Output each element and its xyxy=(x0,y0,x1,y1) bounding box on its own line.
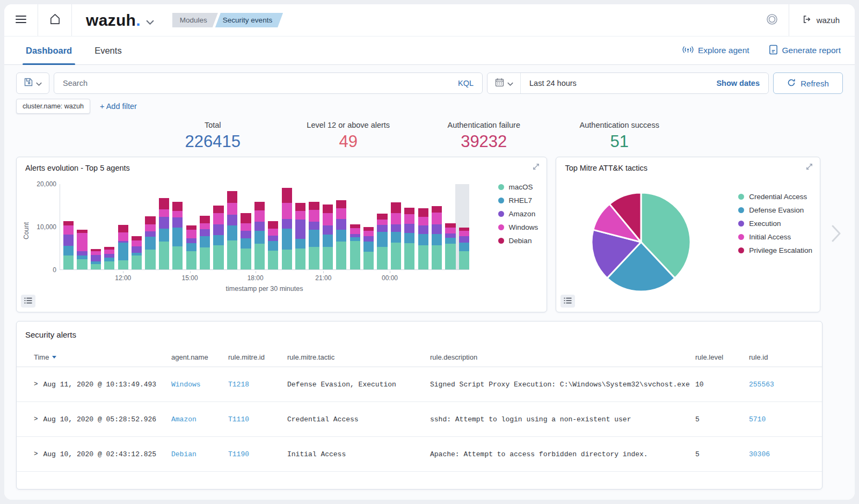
bar-segment[interactable] xyxy=(145,216,155,224)
expand-icon[interactable] xyxy=(532,163,540,173)
bar-segment[interactable] xyxy=(295,249,305,269)
stacked-bar[interactable] xyxy=(145,216,155,269)
bar-segment[interactable] xyxy=(445,238,455,244)
bar-segment[interactable] xyxy=(418,245,428,269)
bar-segment[interactable] xyxy=(418,217,428,226)
mitre-id-link[interactable]: T1190 xyxy=(228,450,249,458)
bar-segment[interactable] xyxy=(309,210,319,222)
bar-segment[interactable] xyxy=(186,230,196,238)
bar-segment[interactable] xyxy=(63,221,74,225)
bar-segment[interactable] xyxy=(63,255,74,269)
legend-item[interactable]: Amazon xyxy=(498,210,538,218)
legend-item[interactable]: Defense Evasion xyxy=(738,206,812,214)
legend-item[interactable]: Initial Access xyxy=(738,233,812,241)
chevron-right-icon[interactable]: > xyxy=(34,450,38,458)
bar-segment[interactable] xyxy=(200,223,210,229)
stacked-bar[interactable] xyxy=(350,224,360,269)
bar-segment[interactable] xyxy=(63,225,74,235)
bar-segment[interactable] xyxy=(254,210,265,222)
bar-segment[interactable] xyxy=(213,224,223,235)
bar-segment[interactable] xyxy=(418,225,428,233)
stacked-bar[interactable] xyxy=(445,223,455,269)
bar-segment[interactable] xyxy=(159,242,169,269)
bar-segment[interactable] xyxy=(268,241,278,251)
legend-item[interactable]: Debian xyxy=(498,237,538,245)
bar-segment[interactable] xyxy=(432,234,442,246)
column-rule-mitre-tactic[interactable]: rule.mitre.tactic xyxy=(287,353,430,361)
bar-segment[interactable] xyxy=(391,232,401,243)
bar-segment[interactable] xyxy=(254,222,265,231)
bar-segment[interactable] xyxy=(295,203,305,211)
bar-segment[interactable] xyxy=(323,204,333,213)
bar-segment[interactable] xyxy=(145,231,155,237)
bar-segment[interactable] xyxy=(336,200,346,208)
bar-segment[interactable] xyxy=(432,224,442,234)
bar-segment[interactable] xyxy=(132,240,142,246)
bar-segment[interactable] xyxy=(336,230,346,242)
legend-item[interactable]: macOS xyxy=(498,183,538,191)
bar-segment[interactable] xyxy=(363,227,374,231)
tab-dashboard[interactable]: Dashboard xyxy=(26,36,72,64)
bar-segment[interactable] xyxy=(200,229,210,237)
bar-segment[interactable] xyxy=(404,224,414,233)
bar-segment[interactable] xyxy=(186,238,196,243)
stacked-bar[interactable] xyxy=(213,206,223,269)
stacked-bar[interactable] xyxy=(159,198,169,269)
stacked-bar[interactable] xyxy=(323,204,333,269)
bar-segment[interactable] xyxy=(268,236,278,241)
stacked-bar[interactable] xyxy=(118,225,128,269)
rule-id-link[interactable]: 30306 xyxy=(749,450,770,458)
bar-segment[interactable] xyxy=(172,246,183,269)
bar-segment[interactable] xyxy=(200,247,210,269)
bar-segment[interactable] xyxy=(323,247,333,269)
saved-query-button[interactable] xyxy=(16,72,49,94)
generate-report-button[interactable]: Generate report xyxy=(769,45,841,57)
bar-segment[interactable] xyxy=(445,223,455,228)
panel-menu-button[interactable] xyxy=(21,295,35,308)
column-agent-name[interactable]: agent.name xyxy=(171,353,228,361)
bar-segment[interactable] xyxy=(145,237,155,250)
bar-segment[interactable] xyxy=(432,206,442,213)
bar-segment[interactable] xyxy=(350,237,360,241)
column-rule-description[interactable]: rule.description xyxy=(430,353,695,361)
bar-segment[interactable] xyxy=(418,208,428,216)
bar-segment[interactable] xyxy=(432,213,442,224)
bar-segment[interactable] xyxy=(459,251,469,269)
bar-segment[interactable] xyxy=(323,225,333,235)
stacked-bar[interactable] xyxy=(77,230,87,269)
legend-item[interactable]: Privilege Escalation xyxy=(738,246,812,254)
bar-segment[interactable] xyxy=(418,234,428,246)
bar-segment[interactable] xyxy=(377,247,387,269)
stacked-bar[interactable] xyxy=(336,200,346,269)
breadcrumb-modules[interactable]: Modules xyxy=(172,13,218,27)
stacked-bar[interactable] xyxy=(200,216,210,269)
rule-id-link[interactable]: 255563 xyxy=(749,381,774,389)
bar-segment[interactable] xyxy=(432,245,442,269)
bar-segment[interactable] xyxy=(282,250,292,269)
bar-segment[interactable] xyxy=(227,191,237,203)
mitre-id-link[interactable]: T1110 xyxy=(228,415,249,423)
legend-item[interactable]: Execution xyxy=(738,220,812,228)
next-panels-button[interactable] xyxy=(829,157,843,312)
bar-segment[interactable] xyxy=(282,188,292,203)
bar-segment[interactable] xyxy=(213,235,223,245)
user-menu[interactable]: wazuh xyxy=(789,4,855,36)
agent-link[interactable]: Windows xyxy=(171,381,201,389)
bar-segment[interactable] xyxy=(145,250,155,269)
bar-segment[interactable] xyxy=(323,235,333,246)
bar-segment[interactable] xyxy=(213,213,223,224)
bar-segment[interactable] xyxy=(186,225,196,230)
column-rule-mitre-id[interactable]: rule.mitre.id xyxy=(228,353,287,361)
bar-segment[interactable] xyxy=(63,235,74,246)
bar-segment[interactable] xyxy=(118,260,128,269)
bar-segment[interactable] xyxy=(241,249,251,269)
bar-segment[interactable] xyxy=(241,238,251,248)
bar-segment[interactable] xyxy=(172,217,183,227)
stacked-bar[interactable] xyxy=(295,203,305,269)
bar-segment[interactable] xyxy=(227,203,237,215)
bar-segment[interactable] xyxy=(391,213,401,224)
bar-segment[interactable] xyxy=(282,229,292,250)
column-rule-id[interactable]: rule.id xyxy=(749,353,813,361)
bar-segment[interactable] xyxy=(104,261,114,269)
stacked-bar[interactable] xyxy=(309,202,319,269)
